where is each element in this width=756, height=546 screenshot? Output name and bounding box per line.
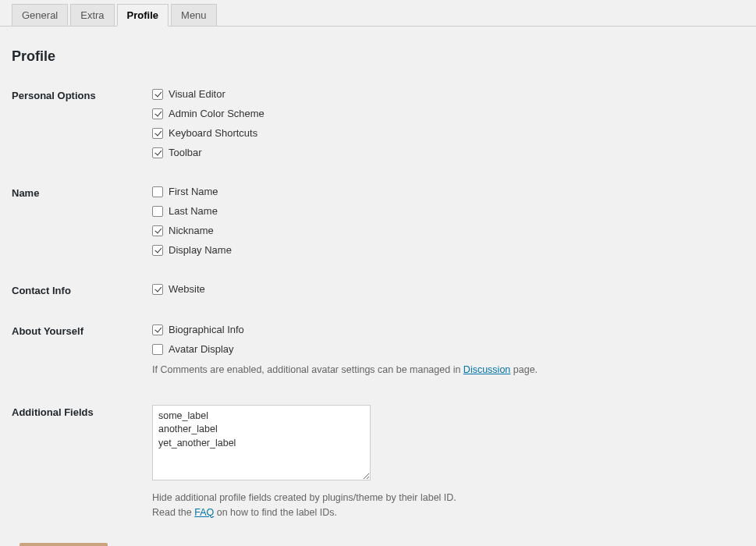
section-label-personal-options: Personal Options [12,88,152,101]
checkbox-label: Keyboard Shortcuts [169,127,257,139]
tab-menu[interactable]: Menu [171,4,217,27]
checkbox-label: Display Name [169,244,232,256]
discussion-link[interactable]: Discussion [463,364,510,375]
additional-fields-description: Hide additional profile fields created b… [152,491,744,520]
about-yourself-description: If Comments are enabled, additional avat… [152,363,744,378]
checkbox-label: First Name [169,186,218,197]
tab-general[interactable]: General [12,4,68,27]
section-label-name: Name [12,186,152,199]
checkbox-keyboard-shortcuts[interactable] [152,128,163,139]
checkbox-display-name[interactable] [152,245,163,256]
checkbox-label: Last Name [169,205,218,217]
page-title: Profile [12,48,744,65]
checkbox-biographical-info[interactable] [152,324,163,335]
section-label-about-yourself: About Yourself [12,324,152,337]
additional-fields-textarea[interactable] [152,405,371,480]
checkbox-label: Biographical Info [169,324,244,335]
checkbox-label: Toolbar [169,147,202,158]
checkbox-website[interactable] [152,284,163,295]
checkbox-label: Visual Editor [169,88,225,100]
checkbox-admin-color-scheme[interactable] [152,108,163,119]
checkbox-label: Nickname [169,225,214,236]
checkbox-label: Website [169,283,205,295]
checkbox-toolbar[interactable] [152,147,163,158]
checkbox-visual-editor[interactable] [152,89,163,100]
save-changes-button[interactable]: Save Changes [20,543,108,546]
checkbox-label: Avatar Display [169,343,234,355]
checkbox-last-name[interactable] [152,206,163,217]
section-label-contact-info: Contact Info [12,283,152,296]
checkbox-first-name[interactable] [152,186,163,197]
faq-link[interactable]: FAQ [194,507,214,518]
checkbox-nickname[interactable] [152,225,163,236]
tab-extra[interactable]: Extra [70,4,114,27]
section-label-additional-fields: Additional Fields [12,405,152,418]
tab-profile[interactable]: Profile [117,4,169,27]
checkbox-label: Admin Color Scheme [169,108,264,119]
checkbox-avatar-display[interactable] [152,344,163,355]
tab-bar: General Extra Profile Menu [0,0,756,27]
